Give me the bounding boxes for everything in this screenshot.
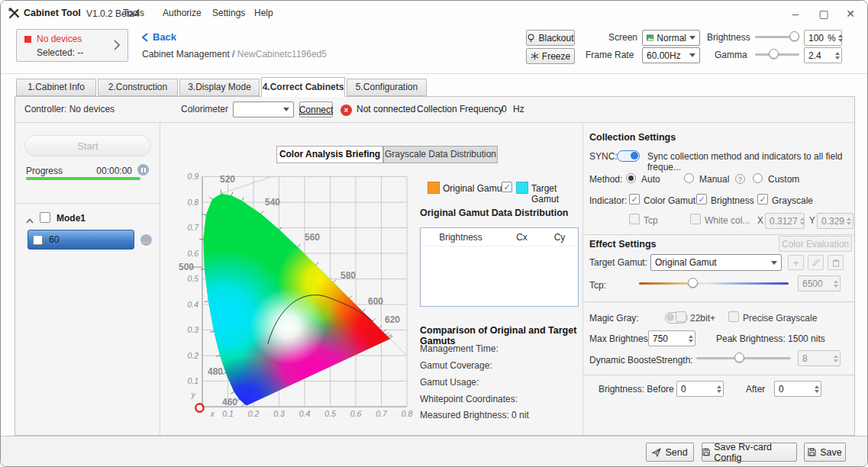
slider-handle[interactable] [769, 49, 779, 59]
frequency-item-60[interactable]: 60 [27, 230, 134, 250]
checkbox-color-gamut-label[interactable]: Color Gamut [644, 195, 695, 206]
checkbox-grayscale-label[interactable]: Grayscale [772, 195, 813, 206]
back-button[interactable]: Back [142, 31, 176, 43]
radio-auto[interactable] [626, 173, 636, 183]
pause-button[interactable] [137, 164, 149, 176]
target-gamut-checkbox[interactable]: ✓ [502, 182, 512, 192]
edit-gamut-button[interactable] [808, 255, 824, 270]
menu-tools[interactable]: Tools [123, 8, 144, 18]
slider-handle[interactable] [734, 353, 744, 362]
item-checkbox[interactable] [33, 235, 43, 245]
tab-construction[interactable]: 2.Construction [98, 79, 178, 96]
blackout-button[interactable]: Blackout [526, 30, 575, 46]
y-axis-label: y [190, 390, 195, 399]
send-button[interactable]: Send [646, 443, 694, 462]
analysis-panel: Color Analysis Briefing Grayscale Data D… [160, 123, 583, 435]
brightness-slider[interactable] [755, 31, 799, 42]
y-coordinate-spinner[interactable]: 0.329 [817, 213, 853, 229]
trash-icon [832, 259, 840, 267]
close-button[interactable]: ✕ [841, 5, 860, 22]
slider-handle[interactable] [789, 31, 799, 41]
spinner-arrows[interactable] [836, 34, 843, 42]
gamma-spinner[interactable]: 2.4 [804, 47, 842, 63]
strength-spinner[interactable]: 8 [798, 350, 841, 366]
subtab-color-analysis[interactable]: Color Analysis Briefing [276, 146, 383, 163]
strength-slider[interactable] [696, 353, 791, 363]
spinner-arrows[interactable] [715, 385, 721, 393]
gamut-data-table[interactable]: Brightness Cx Cy [420, 227, 579, 307]
spinner-arrows[interactable] [831, 355, 838, 362]
tcp-value-spinner[interactable]: 6500 [798, 275, 841, 291]
save-rv-card-config-button[interactable]: Save Rv-card Config [702, 443, 797, 462]
connect-button[interactable]: Connect [299, 101, 333, 118]
spinner-arrows[interactable] [686, 335, 693, 343]
radio-custom[interactable] [753, 173, 763, 183]
breadcrumb-root[interactable]: Cabinet Management / [142, 49, 234, 60]
tab-display-mode[interactable]: 3.Display Mode [179, 79, 260, 96]
checkbox-precise-grayscale[interactable] [728, 311, 739, 322]
add-gamut-button[interactable]: + [788, 255, 804, 270]
menu-settings[interactable]: Settings [212, 8, 245, 18]
y-tick-label: 0.2 [187, 351, 198, 360]
checkbox-22bit[interactable] [676, 311, 686, 322]
slider-handle[interactable] [688, 278, 698, 288]
minimize-button[interactable]: – [786, 5, 805, 22]
start-button[interactable]: Start [24, 135, 151, 156]
x-tick-label: 0.4 [299, 409, 311, 418]
frame-rate-dropdown[interactable]: 60.00Hz [642, 47, 700, 63]
x-label: X [757, 215, 763, 226]
spinner-arrows[interactable] [833, 52, 840, 60]
brightness-spinner[interactable]: 100 % [804, 30, 842, 46]
gamma-slider[interactable] [755, 49, 799, 60]
menu-help[interactable]: Help [254, 8, 273, 18]
collapse-chevron-icon[interactable] [26, 215, 34, 226]
radio-manual[interactable] [684, 173, 694, 183]
checkbox-brightness[interactable]: ✓ [696, 194, 707, 205]
magic-gray-label: Magic Gray: [589, 313, 639, 324]
colorimeter-dropdown[interactable] [233, 101, 294, 118]
progress-bar [26, 177, 140, 180]
screen-dropdown[interactable]: Normal [642, 30, 700, 46]
more-options-button[interactable]: … [140, 234, 152, 246]
menu-authorize[interactable]: Authorize [163, 8, 202, 18]
device-selector[interactable]: No devices Selected: -- [16, 29, 128, 62]
tab-cabinet-info[interactable]: 1.Cabinet Info [16, 79, 96, 96]
tcp-slider[interactable] [639, 278, 789, 288]
checkbox-brightness-label[interactable]: Brightness [711, 195, 754, 206]
tab-configuration[interactable]: 5.Configuration [347, 79, 427, 96]
spinner-arrows[interactable] [831, 280, 838, 288]
help-icon[interactable]: ? [735, 174, 745, 184]
save-button[interactable]: Save [804, 443, 846, 462]
checkbox-tcp-label[interactable]: Tcp [644, 215, 658, 226]
brightness-after-spinner[interactable]: 0 [774, 381, 821, 397]
x-coordinate-spinner[interactable]: 0.3127 [765, 213, 805, 229]
mode-checkbox[interactable] [40, 212, 50, 223]
radio-manual-label[interactable]: Manual [699, 174, 729, 185]
maximize-button[interactable]: ▢ [814, 5, 834, 22]
y-tick-label: 0.3 [187, 325, 198, 334]
checkbox-white-label[interactable]: White col... [705, 215, 750, 226]
sync-toggle[interactable] [617, 150, 640, 162]
brightness-before-spinner[interactable]: 0 [676, 381, 724, 397]
target-gamut-dropdown[interactable]: Original Gamut [650, 254, 782, 271]
tab-correct-cabinets[interactable]: 4.Correct Cabinets [261, 77, 345, 97]
checkbox-color-gamut[interactable]: ✓ [629, 194, 640, 205]
spinner-arrows[interactable] [844, 217, 851, 225]
max-brightness-spinner[interactable]: 750 [648, 330, 695, 346]
freeze-button[interactable]: Freeze [526, 48, 575, 64]
checkbox-white-coordinates[interactable] [690, 214, 701, 224]
color-evaluation-button[interactable]: Color Evaluation [779, 236, 852, 252]
delete-gamut-button[interactable] [828, 255, 844, 270]
checkbox-22bit-label[interactable]: 22bit+ [690, 313, 715, 324]
comparison-row: Gamut Coverage: [420, 360, 492, 371]
radio-auto-label[interactable]: Auto [641, 174, 660, 185]
subtab-grayscale-distribution[interactable]: Grayscale Data Distribution [383, 146, 498, 163]
radio-custom-label[interactable]: Custom [768, 174, 799, 185]
original-gamut-label: Original Gamut [443, 183, 505, 194]
spinner-arrows[interactable] [798, 217, 805, 225]
slider-track[interactable] [639, 282, 789, 285]
checkbox-tcp[interactable] [629, 214, 640, 224]
checkbox-precise-label[interactable]: Precise Grayscale [743, 313, 817, 324]
spinner-arrows[interactable] [812, 385, 819, 393]
checkbox-grayscale[interactable]: ✓ [757, 194, 768, 205]
